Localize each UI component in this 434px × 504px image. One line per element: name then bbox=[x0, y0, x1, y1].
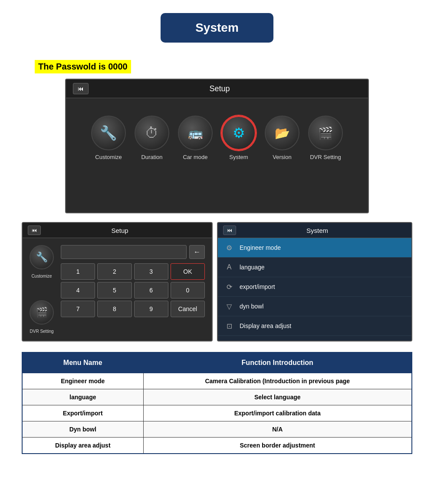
icon-circle-system: ⚙ bbox=[221, 116, 256, 150]
num-btn-9[interactable]: 9 bbox=[134, 301, 168, 317]
table-cell-name: Export/import bbox=[22, 405, 143, 421]
menu-item-dynbowl[interactable]: ▽ dyn bowl bbox=[218, 297, 411, 316]
num-btn-5[interactable]: 5 bbox=[97, 282, 132, 298]
gear-icon: ⚙ bbox=[233, 125, 245, 141]
backspace-button[interactable]: ← bbox=[189, 245, 205, 259]
icon-item-customize[interactable]: 🔧 Customize bbox=[91, 116, 126, 160]
setup-screen-large: ⏮ Setup 🔧 Customize ⏱ Duration 🚌 Car mod… bbox=[65, 79, 369, 213]
cancel-button[interactable]: Cancel bbox=[171, 301, 205, 317]
table-cell-name: Dyn bowl bbox=[22, 421, 143, 438]
bottom-panels: ⏮ Setup 🔧 Customize 🎬 DVR Setting ← bbox=[22, 222, 412, 342]
menu-text-dynbowl: dyn bowl bbox=[240, 303, 263, 310]
table-row: languageSelect language bbox=[22, 389, 412, 405]
num-btn-6[interactable]: 6 bbox=[134, 282, 168, 298]
icon-label-dvr: DVR Setting bbox=[310, 154, 341, 160]
icon-item-dvr[interactable]: 🎬 DVR Setting bbox=[308, 116, 343, 160]
small-wrench-icon: 🔧 bbox=[36, 252, 48, 263]
icon-item-duration[interactable]: ⏱ Duration bbox=[135, 116, 169, 160]
back-button-sys[interactable]: ⏮ bbox=[223, 225, 236, 235]
car-icon: 🚌 bbox=[188, 126, 203, 140]
system-menu-panel: ⏮ System ⚙ Engineer mode A language ⟳ ex… bbox=[217, 222, 412, 342]
icon-circle-customize: 🔧 bbox=[91, 116, 126, 150]
small-icon-customize: 🔧 bbox=[30, 245, 54, 269]
table-row: Dyn bowlN/A bbox=[22, 421, 412, 438]
table-cell-function: N/A bbox=[143, 421, 412, 438]
table-cell-function: Screen border adjustment bbox=[143, 438, 412, 454]
system-panel-title: System bbox=[241, 227, 406, 234]
export-icon: ⟳ bbox=[224, 282, 234, 292]
icon-circle-version: 📂 bbox=[265, 116, 299, 150]
setup-header: ⏮ Setup bbox=[66, 80, 368, 98]
menu-item-engineer[interactable]: ⚙ Engineer mode bbox=[218, 238, 411, 258]
setup-title-large: Setup bbox=[95, 84, 361, 93]
dynbowl-icon: ▽ bbox=[224, 301, 234, 312]
num-btn-7[interactable]: 7 bbox=[61, 301, 95, 317]
menu-item-display[interactable]: ⊡ Display area adjust bbox=[218, 316, 411, 336]
icon-item-carmode[interactable]: 🚌 Car mode bbox=[178, 116, 213, 160]
table-cell-function: Export/import calibration data bbox=[143, 405, 412, 421]
system-menu-list: ⚙ Engineer mode A language ⟳ export/impo… bbox=[218, 238, 411, 336]
menu-item-language[interactable]: A language bbox=[218, 258, 411, 277]
table-header-function: Function Introduction bbox=[143, 352, 412, 373]
table-row: Export/importExport/import calibration d… bbox=[22, 405, 412, 421]
icon-item-version[interactable]: 📂 Version bbox=[265, 116, 299, 160]
icon-circle-duration: ⏱ bbox=[135, 116, 169, 150]
setup-icons-area: 🔧 Customize ⏱ Duration 🚌 Car mode ⚙ Syst… bbox=[66, 98, 368, 169]
num-btn-1[interactable]: 1 bbox=[61, 263, 95, 280]
icon-label-version: Version bbox=[273, 154, 291, 160]
page-title: System bbox=[161, 13, 273, 43]
password-sidebar: 🔧 Customize 🎬 DVR Setting bbox=[30, 245, 54, 334]
ok-button[interactable]: OK bbox=[171, 263, 205, 280]
menu-item-export[interactable]: ⟳ export/import bbox=[218, 277, 411, 297]
num-btn-2[interactable]: 2 bbox=[97, 263, 132, 280]
icon-label-customize: Customize bbox=[95, 154, 122, 160]
menu-text-display: Display area adjust bbox=[240, 322, 291, 329]
table-cell-name: Display area adjust bbox=[22, 438, 143, 454]
icon-item-system[interactable]: ⚙ System bbox=[221, 116, 256, 160]
num-btn-3[interactable]: 3 bbox=[134, 263, 168, 280]
folder-icon: 📂 bbox=[275, 126, 290, 140]
password-panel-title: Setup bbox=[46, 227, 207, 234]
engineer-icon: ⚙ bbox=[224, 242, 234, 253]
table-cell-name: language bbox=[22, 389, 143, 405]
password-note: The Passwold is 0000 bbox=[35, 60, 131, 73]
menu-text-export: export/import bbox=[240, 283, 275, 290]
small-label-dvr: DVR Setting bbox=[30, 329, 53, 334]
display-icon: ⊡ bbox=[224, 321, 234, 331]
num-btn-4[interactable]: 4 bbox=[61, 282, 95, 298]
password-panel: ⏮ Setup 🔧 Customize 🎬 DVR Setting ← bbox=[22, 222, 213, 342]
numpad-area: ← 1 2 3 OK 4 5 6 0 7 8 9 Cancel bbox=[61, 245, 205, 334]
back-button-pwd[interactable]: ⏮ bbox=[28, 225, 41, 235]
icon-label-system: System bbox=[229, 154, 248, 160]
stopwatch-icon: ⏱ bbox=[145, 125, 159, 141]
table-cell-function: Select language bbox=[143, 389, 412, 405]
num-btn-8[interactable]: 8 bbox=[97, 301, 132, 317]
table-cell-function: Camera Calibration (Introduction in prev… bbox=[143, 373, 412, 389]
menu-text-language: language bbox=[240, 264, 265, 271]
menu-text-engineer: Engineer mode bbox=[240, 244, 281, 251]
password-panel-header: ⏮ Setup bbox=[23, 223, 212, 238]
info-table: Menu Name Function Introduction Engineer… bbox=[22, 352, 412, 454]
table-header-name: Menu Name bbox=[22, 352, 143, 373]
icon-label-carmode: Car mode bbox=[183, 154, 207, 160]
small-icon-dvr: 🎬 bbox=[30, 300, 54, 325]
table-cell-name: Engineer mode bbox=[22, 373, 143, 389]
back-button-large[interactable]: ⏮ bbox=[73, 83, 89, 94]
small-label-customize: Customize bbox=[31, 274, 52, 279]
wrench-icon: 🔧 bbox=[100, 125, 117, 141]
pwd-input-row: ← bbox=[61, 245, 205, 259]
num-btn-0[interactable]: 0 bbox=[171, 282, 205, 298]
password-panel-body: 🔧 Customize 🎬 DVR Setting ← 1 2 3 OK bbox=[23, 238, 212, 341]
numpad-grid: 1 2 3 OK 4 5 6 0 7 8 9 Cancel bbox=[61, 263, 205, 317]
table-row: Engineer modeCamera Calibration (Introdu… bbox=[22, 373, 412, 389]
small-clapboard-icon: 🎬 bbox=[36, 307, 48, 318]
icon-circle-carmode: 🚌 bbox=[178, 116, 213, 150]
clapboard-icon: 🎬 bbox=[318, 126, 333, 140]
icon-circle-dvr: 🎬 bbox=[308, 116, 343, 150]
password-input[interactable] bbox=[61, 245, 187, 259]
table-row: Display area adjustScreen border adjustm… bbox=[22, 438, 412, 454]
icon-label-duration: Duration bbox=[141, 154, 162, 160]
system-panel-header: ⏮ System bbox=[218, 223, 411, 238]
language-icon: A bbox=[224, 262, 234, 272]
